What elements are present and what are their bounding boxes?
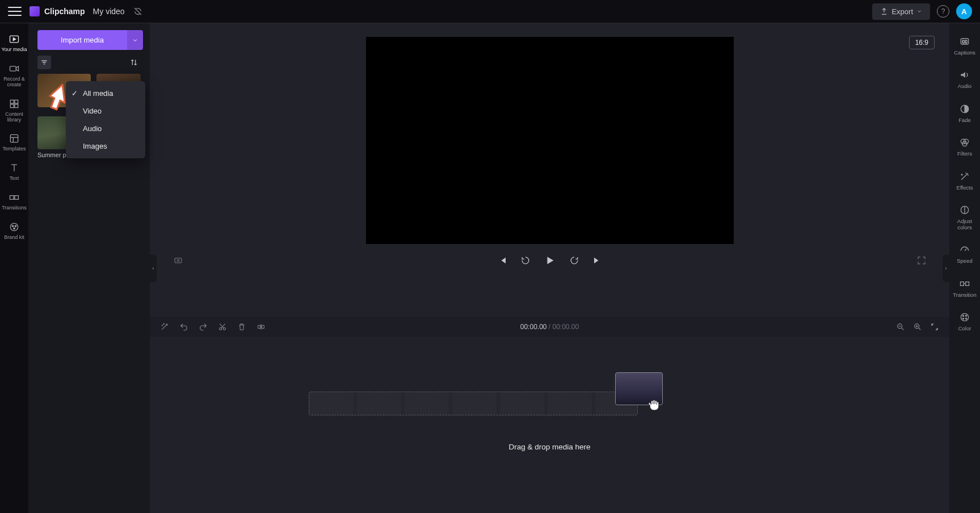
text-icon: [9, 162, 20, 174]
nav-label: Transitions: [2, 205, 27, 211]
color-icon: [959, 312, 970, 323]
filters-icon: [959, 137, 970, 148]
preview-canvas[interactable]: [366, 37, 734, 244]
filter-option-all[interactable]: All media: [66, 85, 145, 102]
library-icon: [9, 98, 20, 110]
skip-back-button[interactable]: [497, 255, 507, 266]
media-icon: [9, 33, 20, 45]
timeline-toolbar: 00:00.00 / 00:00.00: [150, 317, 949, 337]
effects-icon: [959, 171, 970, 182]
nav-record-create[interactable]: Record & create: [0, 58, 28, 92]
nav-content-library[interactable]: Content library: [0, 94, 28, 128]
right-label: Effects: [957, 185, 973, 191]
aspect-ratio-button[interactable]: 16:9: [909, 36, 935, 49]
right-speed[interactable]: Speed: [949, 238, 980, 270]
camera-icon: [9, 63, 20, 74]
timeline-drop-zone[interactable]: [309, 392, 638, 415]
right-transition[interactable]: Transition: [949, 272, 980, 304]
filter-option-images[interactable]: Images: [66, 137, 145, 155]
cut-button[interactable]: [218, 322, 227, 331]
collapse-right-button[interactable]: ›: [943, 255, 949, 282]
right-audio[interactable]: Audio: [949, 64, 980, 95]
nav-label: Brand kit: [4, 235, 24, 241]
svg-rect-10: [10, 196, 14, 200]
rewind-button[interactable]: [520, 255, 531, 266]
svg-point-20: [177, 259, 179, 261]
nav-your-media[interactable]: Your media: [0, 29, 28, 57]
app-name: Clipchamp: [44, 7, 85, 16]
nav-brand-kit[interactable]: Brand kit: [0, 217, 28, 245]
undo-button[interactable]: [179, 322, 188, 331]
filter-button[interactable]: [37, 56, 51, 69]
topbar-left: Clipchamp My video: [8, 5, 143, 18]
svg-rect-11: [15, 196, 19, 200]
sort-button[interactable]: [127, 56, 141, 69]
export-button[interactable]: Export: [872, 3, 930, 20]
right-label: Audio: [958, 83, 971, 89]
brand-kit-icon: [9, 221, 20, 233]
zoom-in-button[interactable]: [913, 322, 922, 331]
right-color[interactable]: Color: [949, 306, 980, 337]
import-media-dropdown[interactable]: [127, 30, 143, 50]
media-panel: Import media mp4 Summer: [28, 23, 150, 513]
help-icon[interactable]: ?: [937, 5, 949, 18]
menu-button[interactable]: [8, 5, 22, 18]
svg-text:CC: CC: [962, 40, 968, 44]
magic-button[interactable]: [160, 322, 169, 331]
right-adjust-colors[interactable]: Adjust colors: [949, 199, 980, 236]
svg-rect-19: [175, 258, 182, 263]
audio-icon: [959, 69, 970, 81]
right-captions[interactable]: CC Captions: [949, 30, 980, 61]
redo-button[interactable]: [199, 322, 208, 331]
app-logo[interactable]: Clipchamp: [30, 6, 85, 16]
forward-button[interactable]: [569, 255, 580, 266]
right-label: Color: [958, 326, 971, 331]
svg-rect-44: [961, 281, 964, 285]
filter-option-audio[interactable]: Audio: [66, 120, 145, 137]
svg-point-47: [963, 315, 964, 316]
nav-label: Your media: [1, 47, 27, 53]
filter-option-video[interactable]: Video: [66, 102, 145, 120]
svg-point-46: [961, 313, 968, 321]
nav-text[interactable]: Text: [0, 158, 28, 186]
preview-area: 16:9: [150, 23, 949, 317]
sync-off-icon[interactable]: [133, 6, 143, 16]
import-media-button[interactable]: Import media: [37, 30, 127, 50]
delete-button[interactable]: [237, 322, 246, 331]
svg-point-14: [15, 225, 16, 227]
svg-point-48: [966, 315, 967, 316]
right-filters[interactable]: Filters: [949, 131, 980, 162]
nav-transitions[interactable]: Transitions: [0, 187, 28, 216]
svg-rect-7: [10, 135, 18, 142]
avatar[interactable]: A: [956, 3, 972, 19]
right-effects[interactable]: Effects: [949, 165, 980, 196]
svg-rect-26: [262, 325, 264, 328]
skip-forward-button[interactable]: [592, 255, 603, 266]
timeline[interactable]: Drag & drop media here: [150, 337, 949, 513]
svg-rect-3: [10, 100, 14, 103]
svg-rect-6: [15, 104, 18, 108]
svg-point-41: [961, 174, 962, 175]
fullscreen-button[interactable]: [916, 255, 927, 266]
zoom-out-button[interactable]: [896, 322, 905, 331]
time-display: 00:00.00 / 00:00.00: [520, 323, 579, 331]
right-fade[interactable]: Fade: [949, 98, 980, 129]
right-label: Speed: [957, 258, 972, 264]
svg-line-30: [902, 328, 903, 330]
fade-icon: [959, 103, 970, 115]
current-time: 00:00.00: [520, 323, 547, 331]
svg-point-22: [163, 323, 164, 324]
split-button[interactable]: [256, 322, 266, 331]
dragging-clip[interactable]: [615, 372, 663, 405]
total-time: 00:00.00: [553, 323, 579, 331]
project-name[interactable]: My video: [93, 7, 125, 16]
nav-label: Record & create: [0, 77, 28, 88]
right-label: Filters: [957, 151, 972, 157]
nav-templates[interactable]: Templates: [0, 128, 28, 157]
fit-timeline-button[interactable]: [930, 322, 939, 331]
play-button[interactable]: [544, 254, 556, 267]
export-label: Export: [891, 7, 913, 16]
nav-label: Content library: [0, 112, 28, 123]
record-voiceover-icon[interactable]: [173, 255, 184, 266]
adjust-icon: [959, 204, 970, 216]
